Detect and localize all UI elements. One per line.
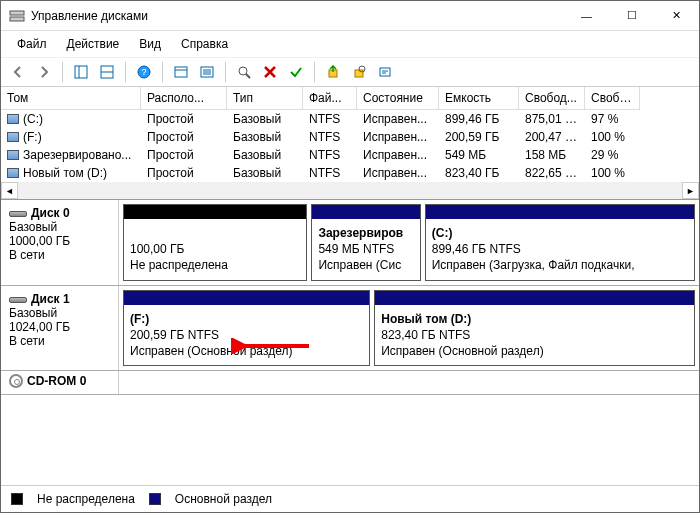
app-icon [9, 8, 25, 24]
back-button[interactable] [7, 61, 29, 83]
svg-rect-1 [10, 17, 24, 21]
menu-file[interactable]: Файл [9, 35, 55, 53]
menubar: Файл Действие Вид Справка [1, 31, 699, 58]
help-button[interactable]: ? [133, 61, 155, 83]
horizontal-scrollbar[interactable]: ◄ ► [1, 182, 699, 199]
disk-header[interactable]: Диск 1Базовый1024,00 ГБВ сети [1, 286, 119, 371]
separator [125, 62, 126, 82]
partitions: (F:)200,59 ГБ NTFSИсправен (Основной раз… [119, 286, 699, 371]
menu-action[interactable]: Действие [59, 35, 128, 53]
volume-grid: Том Располо... Тип Фай... Состояние Емко… [1, 87, 699, 200]
table-row[interactable]: (C:)ПростойБазовыйNTFSИсправен...899,46 … [1, 110, 699, 128]
volume-icon [7, 114, 19, 124]
volume-icon [7, 168, 19, 178]
disk-icon [9, 297, 27, 303]
col-type[interactable]: Тип [227, 87, 303, 110]
action-icon-3[interactable] [374, 61, 396, 83]
partition[interactable]: Зарезервиров549 МБ NTFSИсправен (Сис [311, 204, 420, 281]
scroll-right-icon[interactable]: ► [682, 182, 699, 199]
content: Том Располо... Тип Фай... Состояние Емко… [1, 87, 699, 512]
col-layout[interactable]: Располо... [141, 87, 227, 110]
partition[interactable]: (F:)200,59 ГБ NTFSИсправен (Основной раз… [123, 290, 370, 367]
settings-button[interactable] [170, 61, 192, 83]
cdrom-icon [9, 374, 23, 388]
separator [62, 62, 63, 82]
partition[interactable]: Новый том (D:)823,40 ГБ NTFSИсправен (Ос… [374, 290, 695, 367]
separator [225, 62, 226, 82]
volume-icon [7, 132, 19, 142]
svg-rect-0 [10, 11, 24, 15]
grid-header: Том Располо... Тип Фай... Состояние Емко… [1, 87, 699, 110]
table-row[interactable]: Новый том (D:)ПростойБазовыйNTFSИсправен… [1, 164, 699, 182]
show-hide-tree-button[interactable] [70, 61, 92, 83]
toolbar: ? [1, 58, 699, 87]
partition-color-bar [124, 291, 369, 305]
partition[interactable]: (C:)899,46 ГБ NTFSИсправен (Загрузка, Фа… [425, 204, 695, 281]
swatch-unallocated [11, 493, 23, 505]
table-row[interactable]: Зарезервировано...ПростойБазовыйNTFSИспр… [1, 146, 699, 164]
cdrom-name: CD-ROM 0 [27, 374, 86, 388]
col-status[interactable]: Состояние [357, 87, 439, 110]
properties-button[interactable] [233, 61, 255, 83]
maximize-button[interactable]: ☐ [609, 1, 654, 30]
table-row[interactable]: (F:)ПростойБазовыйNTFSИсправен...200,59 … [1, 128, 699, 146]
col-volume[interactable]: Том [1, 87, 141, 110]
legend: Не распределена Основной раздел [1, 485, 699, 512]
window-buttons: — ☐ ✕ [564, 1, 699, 30]
disk-row: Диск 0Базовый1000,00 ГБВ сети 100,00 ГБН… [1, 200, 699, 286]
volume-icon [7, 150, 19, 160]
partition-color-bar [312, 205, 419, 219]
forward-button[interactable] [33, 61, 55, 83]
legend-unallocated: Не распределена [37, 492, 135, 506]
svg-rect-8 [175, 67, 187, 77]
disk-icon [9, 211, 27, 217]
col-fs[interactable]: Фай... [303, 87, 357, 110]
swatch-primary [149, 493, 161, 505]
window-title: Управление дисками [31, 9, 564, 23]
partition[interactable]: 100,00 ГБНе распределена [123, 204, 307, 281]
svg-rect-2 [75, 66, 87, 78]
menu-help[interactable]: Справка [173, 35, 236, 53]
list-button[interactable] [196, 61, 218, 83]
partitions: 100,00 ГБНе распределенаЗарезервиров549 … [119, 200, 699, 285]
partition-color-bar [124, 205, 306, 219]
col-pct[interactable]: Свобо... [585, 87, 640, 110]
graphical-view: Диск 0Базовый1000,00 ГБВ сети 100,00 ГБН… [1, 200, 699, 485]
svg-line-12 [246, 74, 250, 78]
partition-color-bar [426, 205, 694, 219]
show-hide-panel-button[interactable] [96, 61, 118, 83]
scroll-left-icon[interactable]: ◄ [1, 182, 18, 199]
apply-button[interactable] [285, 61, 307, 83]
svg-rect-16 [380, 68, 390, 76]
svg-point-11 [239, 67, 247, 75]
minimize-button[interactable]: — [564, 1, 609, 30]
legend-primary: Основной раздел [175, 492, 272, 506]
svg-text:?: ? [141, 67, 146, 77]
separator [162, 62, 163, 82]
separator [314, 62, 315, 82]
delete-button[interactable] [259, 61, 281, 83]
close-button[interactable]: ✕ [654, 1, 699, 30]
col-free[interactable]: Свобод... [519, 87, 585, 110]
menu-view[interactable]: Вид [131, 35, 169, 53]
cdrom-row[interactable]: CD-ROM 0 [1, 371, 699, 395]
action-icon-2[interactable] [348, 61, 370, 83]
disk-row: Диск 1Базовый1024,00 ГБВ сети(F:)200,59 … [1, 286, 699, 372]
partition-color-bar [375, 291, 694, 305]
col-capacity[interactable]: Емкость [439, 87, 519, 110]
disk-header[interactable]: Диск 0Базовый1000,00 ГБВ сети [1, 200, 119, 285]
action-icon-1[interactable] [322, 61, 344, 83]
svg-rect-14 [355, 70, 363, 77]
titlebar: Управление дисками — ☐ ✕ [1, 1, 699, 31]
